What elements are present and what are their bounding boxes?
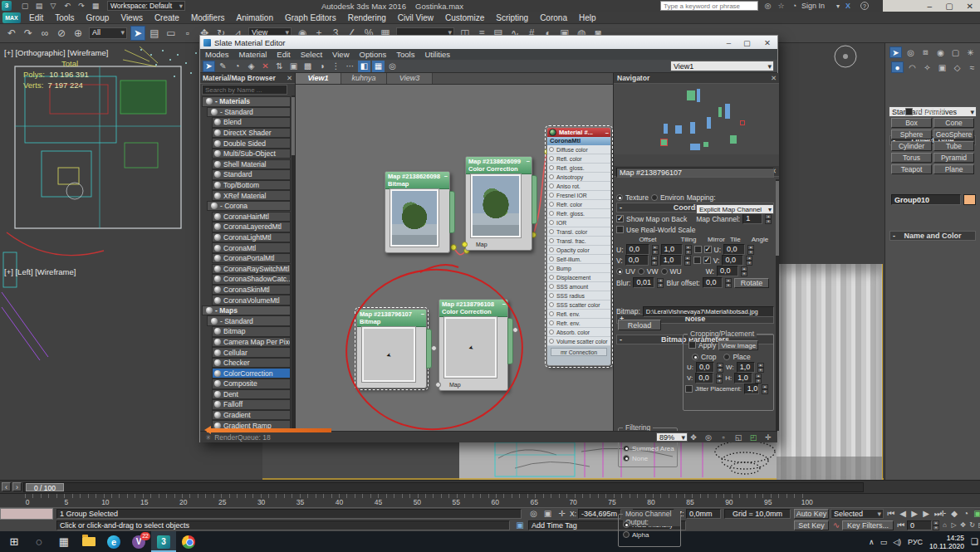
- browser-item[interactable]: Multi/Sub-Object: [212, 149, 291, 159]
- zoom-extents-selected-icon[interactable]: ◰: [747, 432, 760, 442]
- view-image-button[interactable]: View Image: [718, 340, 758, 350]
- action-center-icon[interactable]: ❏: [971, 537, 978, 546]
- field-of-view-icon[interactable]: ▷: [950, 520, 958, 530]
- blur-spinner[interactable]: ▲▼: [657, 278, 664, 287]
- put-to-library-icon[interactable]: ◔: [231, 61, 243, 72]
- selection-filter-dropdown[interactable]: All: [89, 27, 127, 39]
- select-tool-icon[interactable]: ➤: [203, 61, 215, 72]
- v-mirror-checkbox[interactable]: [693, 256, 701, 264]
- input-socket-icon[interactable]: [549, 202, 554, 207]
- node-collapse-icon[interactable]: –: [444, 172, 448, 179]
- bind-to-space-warp-icon[interactable]: ⊕: [71, 26, 86, 41]
- zoom-extents-all-icon[interactable]: ⌂: [941, 520, 948, 530]
- input-socket-icon[interactable]: [549, 220, 554, 225]
- cameras-icon[interactable]: ▣: [936, 61, 948, 73]
- time-slider-handle[interactable]: 0 / 100: [26, 483, 64, 491]
- menu-item[interactable]: Edit: [23, 12, 49, 24]
- v-tile-checkbox[interactable]: [703, 256, 711, 264]
- create-tab[interactable]: ➤: [889, 46, 902, 58]
- new-key-wave-icon[interactable]: ∿: [831, 520, 841, 530]
- uv-radio[interactable]: [616, 268, 623, 275]
- slate-menu-item[interactable]: Tools: [391, 49, 419, 60]
- primitive-button[interactable]: Cylinder: [891, 141, 932, 151]
- navigator-close-icon[interactable]: ✕: [771, 73, 777, 83]
- start-button[interactable]: ⊞: [2, 531, 27, 552]
- texture-radio[interactable]: [616, 194, 623, 201]
- window-close-button[interactable]: ✕: [967, 2, 973, 11]
- slate-menu-item[interactable]: Select: [296, 49, 327, 60]
- slate-menu-item[interactable]: Utilities: [419, 49, 455, 60]
- menu-item[interactable]: Help: [573, 12, 602, 24]
- slate-menu-item[interactable]: Modes: [200, 49, 234, 60]
- blur-offset-spinner[interactable]: ▲▼: [725, 278, 732, 287]
- shield-icon[interactable]: ◆: [949, 508, 959, 519]
- v-offset-spinner[interactable]: ▲▼: [651, 256, 658, 265]
- redo-icon[interactable]: ↷: [21, 26, 36, 41]
- browser-search-input[interactable]: [202, 85, 287, 95]
- node-colorcorrection-2138796108[interactable]: Map #2138796108–Color Correction ➤ Map: [439, 299, 508, 391]
- map-input-slot[interactable]: Map: [441, 380, 506, 389]
- file-explorer-button[interactable]: [76, 531, 101, 552]
- menu-item[interactable]: Scripting: [490, 12, 534, 24]
- node-collapse-icon[interactable]: –: [527, 157, 530, 164]
- show-end-result-icon[interactable]: ◧: [358, 61, 370, 72]
- pan-to-selection-icon[interactable]: ✛: [762, 432, 775, 442]
- jitter-checkbox[interactable]: [685, 385, 693, 393]
- mini-listener-toggle-button[interactable]: ›: [12, 482, 22, 491]
- unlink-selection-icon[interactable]: ⊘: [54, 26, 69, 41]
- environ-radio[interactable]: [651, 194, 658, 201]
- shapes-icon[interactable]: ◠: [906, 61, 919, 73]
- set-key-button[interactable]: Set Key: [794, 520, 829, 530]
- jitter-field[interactable]: 1,0: [744, 383, 759, 394]
- blur-offset-field[interactable]: 0,0: [703, 277, 723, 288]
- object-name-field[interactable]: Group010: [891, 194, 961, 205]
- auto-key-button[interactable]: Auto Key: [794, 509, 829, 519]
- lights-icon[interactable]: ✧: [921, 61, 933, 73]
- node-output-tab[interactable]: [449, 191, 455, 232]
- track-bar-ruler[interactable]: 0510152025303540455055606570758085909510…: [0, 493, 980, 507]
- u-tiling-field[interactable]: 1,0: [661, 244, 683, 255]
- browser-item[interactable]: CoronaRaySwitchMtl: [212, 264, 291, 275]
- select-by-name-icon[interactable]: ▤: [147, 26, 162, 41]
- params-scrollbar[interactable]: [776, 179, 779, 431]
- node-collapse-icon[interactable]: –: [605, 128, 609, 137]
- display-tab[interactable]: ▢: [949, 46, 962, 58]
- browser-item[interactable]: ColorCorrection: [212, 368, 291, 379]
- network-icon[interactable]: ▭: [880, 538, 888, 546]
- help-search-input[interactable]: [660, 1, 758, 11]
- browser-item[interactable]: - Maps: [202, 305, 291, 316]
- browser-item[interactable]: DirectX Shader: [212, 128, 291, 139]
- browser-item[interactable]: CoronaLayeredMtl: [212, 222, 291, 232]
- crop-w-field[interactable]: 1,0: [737, 362, 755, 373]
- input-socket-icon[interactable]: [549, 320, 554, 325]
- absolute-offset-icon[interactable]: ✛: [556, 508, 568, 519]
- show-shaded-icon[interactable]: ◑: [316, 61, 328, 72]
- open-file-icon[interactable]: ▤: [33, 1, 45, 11]
- crop-radio[interactable]: [692, 354, 698, 360]
- browser-item[interactable]: Falloff: [212, 399, 291, 410]
- slate-maximize-button[interactable]: ▢: [743, 38, 751, 47]
- material-input-slot[interactable]: Refr. color: [547, 200, 610, 209]
- input-socket-icon[interactable]: [549, 147, 554, 152]
- browser-item[interactable]: Bitmap: [212, 326, 291, 337]
- browser-item[interactable]: Double Sided: [212, 138, 291, 149]
- material-input-slot[interactable]: SSS radius: [547, 291, 610, 300]
- mono-radio-row[interactable]: Alpha: [623, 530, 680, 540]
- output-socket-icon[interactable]: [431, 345, 437, 351]
- node-canvas[interactable]: Map #2138626098–Bitmap Map #2138626099–C…: [296, 85, 613, 431]
- input-socket-icon[interactable]: [549, 174, 554, 179]
- menu-item[interactable]: Civil View: [392, 12, 439, 24]
- menu-item[interactable]: Create: [149, 12, 185, 24]
- material-input-slot[interactable]: Refl. env.: [547, 310, 610, 319]
- show-preview-icon[interactable]: ▦: [372, 61, 385, 72]
- task-view-button[interactable]: ▦: [51, 531, 76, 552]
- v-tiling-spinner[interactable]: ▲▼: [684, 256, 691, 265]
- crop-w-spinner[interactable]: ▲▼: [757, 363, 764, 372]
- material-input-slot[interactable]: Transl. frac.: [547, 237, 610, 246]
- isolate-selection-icon[interactable]: ◎: [527, 508, 540, 519]
- input-socket-icon[interactable]: [549, 183, 554, 188]
- menu-item[interactable]: Graph Editors: [279, 12, 342, 24]
- tray-chevron-icon[interactable]: ∧: [869, 538, 875, 546]
- material-input-slot[interactable]: Refl. gloss.: [547, 164, 610, 173]
- output-socket-icon[interactable]: [512, 327, 518, 333]
